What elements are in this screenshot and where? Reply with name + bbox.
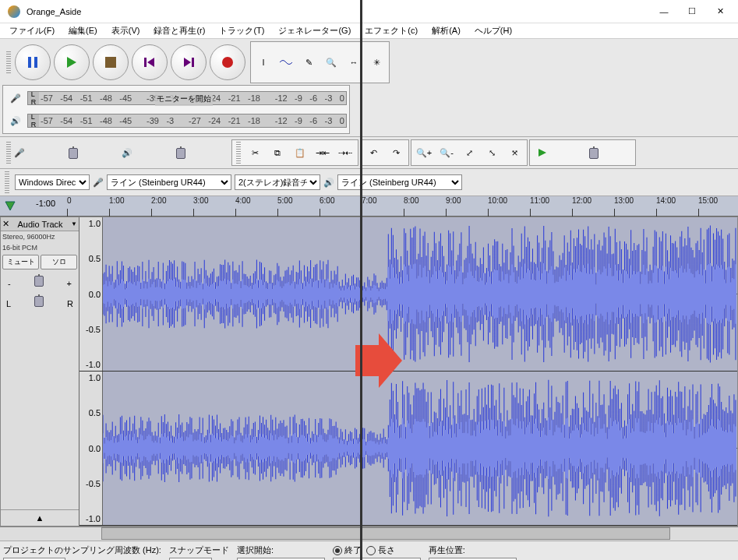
pin-area[interactable]: [0, 196, 36, 216]
svg-rect-0: [28, 57, 31, 68]
mic-icon: 🎤: [93, 178, 104, 188]
draw-tool-icon[interactable]: ✎: [298, 51, 320, 73]
end-radio[interactable]: [333, 546, 342, 555]
close-button[interactable]: ✕: [702, 0, 738, 23]
speaker-icon: 🔊: [323, 178, 334, 188]
fit-project-icon[interactable]: ⤡: [481, 142, 503, 164]
record-meter[interactable]: LR -57-54-51-48-45-39-3-27-24-21-18-12-9…: [27, 91, 347, 105]
waveform-area[interactable]: 1.00.50.0-0.5-1.0 1.00.50.0-0.5-1.0: [79, 217, 737, 526]
amplitude-scale: 1.00.50.0-0.5-1.0: [79, 372, 103, 525]
meters-toolbar: 🎤 LR -57-54-51-48-45-39-3-27-24-21-18-12…: [2, 85, 350, 134]
svg-marker-10: [5, 202, 15, 210]
timeline-ticks: 01:002:003:004:005:006:007:008:009:0010:…: [67, 196, 738, 216]
channel-right[interactable]: 1.00.50.0-0.5-1.0: [79, 372, 737, 526]
solo-button[interactable]: ソロ: [41, 255, 77, 269]
playback-device-select[interactable]: ライン (Steinberg UR44): [337, 174, 462, 190]
pan-slider[interactable]: [16, 294, 62, 307]
speaker-meter-icon[interactable]: 🔊: [5, 110, 26, 132]
skip-end-button[interactable]: [171, 44, 207, 80]
play-at-speed-icon[interactable]: [531, 142, 553, 164]
fit-selection-icon[interactable]: ⤢: [458, 142, 480, 164]
svg-marker-5: [147, 58, 154, 67]
track-name[interactable]: Audio Track: [17, 220, 62, 229]
playback-meter[interactable]: LR -57-54-51-48-45-39-3-27-24-21-18-12-9…: [27, 114, 347, 128]
svg-point-8: [222, 57, 233, 68]
timeshift-tool-icon[interactable]: ↔: [343, 51, 365, 73]
svg-marker-9: [538, 149, 546, 157]
timeline-negative: -1:00: [36, 196, 67, 216]
redo-icon[interactable]: ↷: [385, 142, 407, 164]
envelope-tool-icon[interactable]: [275, 51, 297, 73]
track-menu-icon[interactable]: ▼: [71, 220, 77, 227]
menu-effect[interactable]: エフェクト(c): [360, 23, 422, 38]
menu-tracks[interactable]: トラック(T): [214, 23, 269, 38]
skip-start-button[interactable]: [132, 44, 168, 80]
meter-overlay-text[interactable]: モニターを開始: [155, 92, 213, 106]
tools-toolbar: I ✎ 🔍 ↔ ✳: [250, 41, 390, 83]
record-channels-select[interactable]: 2(ステレオ)録音チ: [235, 174, 320, 190]
mic-meter-icon[interactable]: 🎤: [5, 87, 26, 109]
menu-file[interactable]: ファイル(F): [5, 23, 59, 38]
zoom-out-icon[interactable]: 🔍-: [436, 142, 457, 164]
record-volume-slider[interactable]: [30, 146, 116, 159]
undo-toolbar: ↶ ↷: [360, 139, 409, 166]
pause-button[interactable]: [15, 44, 51, 80]
zoom-toggle-icon[interactable]: ⤧: [503, 142, 525, 164]
device-toolbar: Windows Direc 🎤 ライン (Steinberg UR44) 2(ス…: [0, 169, 738, 196]
selection-bar: プロジェクトのサンプリング周波数 (Hz): 96000 スナップモード オフ …: [0, 541, 738, 560]
track-control-panel[interactable]: ✕Audio Track▼ Stereo, 96000Hz 16-bit PCM…: [1, 217, 79, 526]
menu-transport[interactable]: 録音と再生(r): [149, 23, 210, 38]
record-device-select[interactable]: ライン (Steinberg UR44): [107, 174, 231, 190]
meter-l-label: LR: [28, 92, 39, 104]
timeline-ruler[interactable]: -1:00 01:002:003:004:005:006:007:008:009…: [0, 196, 738, 217]
trim-icon[interactable]: ⇥⇤: [312, 142, 334, 164]
collapse-button[interactable]: ▲: [1, 509, 79, 526]
tracks-area: ✕Audio Track▼ Stereo, 96000Hz 16-bit PCM…: [0, 217, 738, 527]
app-logo-icon: [8, 5, 20, 18]
playback-speed-slider[interactable]: [559, 146, 629, 159]
svg-rect-4: [144, 58, 147, 67]
toolbars-row1: I ✎ 🔍 ↔ ✳ 🎤 LR -57-54-51-48-45-39-3-27-2…: [0, 39, 738, 137]
undo-icon[interactable]: ↶: [362, 142, 384, 164]
multi-tool-icon[interactable]: ✳: [365, 51, 387, 73]
play-button[interactable]: [54, 44, 90, 80]
silence-icon[interactable]: ⇢⇠: [334, 142, 356, 164]
menu-view[interactable]: 表示(V): [107, 23, 145, 38]
zoom-tool-icon[interactable]: 🔍: [320, 51, 342, 73]
zoom-toolbar: 🔍+ 🔍- ⤢ ⤡ ⤧: [411, 139, 528, 166]
selection-tool-icon[interactable]: I: [252, 51, 274, 73]
window-title: Orange_Aside: [26, 7, 646, 16]
playatspeed-toolbar: [529, 139, 636, 166]
grip-icon[interactable]: [6, 142, 11, 164]
playback-volume-slider[interactable]: [138, 146, 224, 159]
menu-generate[interactable]: ジェネレーター(G): [274, 23, 355, 38]
channel-left[interactable]: 1.00.50.0-0.5-1.0: [79, 217, 737, 372]
record-button[interactable]: [210, 44, 245, 80]
grip-icon[interactable]: [236, 142, 241, 164]
menu-analyze[interactable]: 解析(A): [427, 23, 465, 38]
amplitude-scale: 1.00.50.0-0.5-1.0: [79, 217, 103, 371]
mic-icon: 🎤: [14, 148, 25, 158]
grip-icon[interactable]: [6, 51, 11, 73]
menu-edit[interactable]: 編集(E): [64, 23, 102, 38]
svg-marker-2: [67, 57, 76, 68]
audio-host-select[interactable]: Windows Direc: [15, 174, 90, 190]
audio-position-label: 再生位置:: [429, 544, 517, 556]
zoom-in-icon[interactable]: 🔍+: [413, 142, 435, 164]
gain-slider[interactable]: [16, 274, 62, 287]
horizontal-scrollbar[interactable]: [0, 527, 738, 541]
stop-button[interactable]: [93, 44, 129, 80]
mute-button[interactable]: ミュート: [2, 255, 39, 269]
track-close-icon[interactable]: ✕: [2, 219, 9, 229]
grip-icon[interactable]: [5, 171, 9, 193]
selection-start-label: 選択開始:: [237, 544, 325, 556]
menu-help[interactable]: ヘルプ(H): [470, 23, 517, 38]
project-rate-label: プロジェクトのサンプリング周波数 (Hz):: [3, 544, 161, 556]
length-radio[interactable]: [366, 546, 376, 555]
copy-icon[interactable]: ⧉: [267, 142, 288, 164]
scrollbar-thumb[interactable]: [101, 527, 670, 540]
titlebar: Orange_Aside ― ☐ ✕: [0, 0, 738, 23]
cut-icon[interactable]: ✂: [244, 142, 266, 164]
svg-rect-1: [34, 57, 37, 68]
paste-icon[interactable]: 📋: [289, 142, 311, 164]
